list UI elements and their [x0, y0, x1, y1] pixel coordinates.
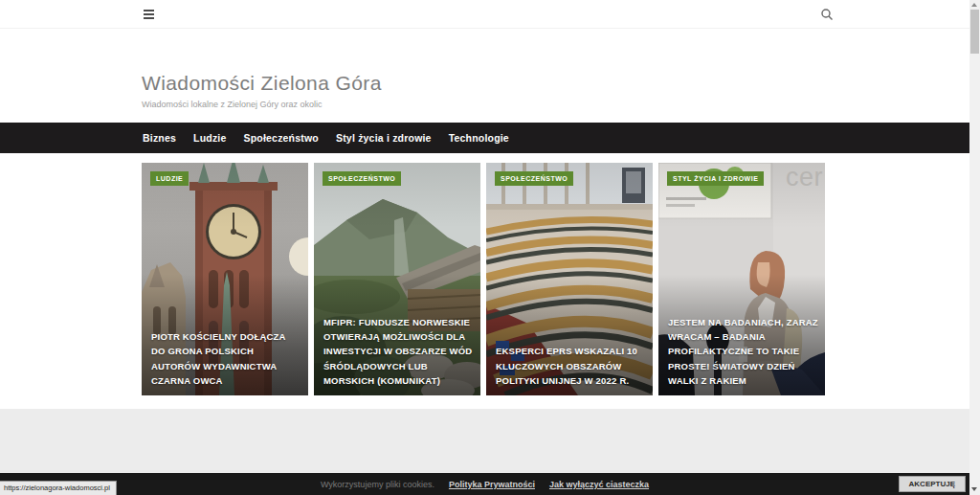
disable-cookies-link[interactable]: Jak wyłączyć ciasteczka [549, 480, 649, 489]
wall-logo-text: cer [786, 163, 823, 192]
scrollbar[interactable] [969, 0, 980, 495]
featured-articles-grid: LUDZIE PIOTR KOŚCIELNY DOŁĄCZA DO GRONA … [142, 163, 825, 395]
article-card[interactable]: SPOŁECZEŃSTWO MFIPR: FUNDUSZE NORWESKIE … [314, 163, 480, 395]
hamburger-menu-icon[interactable] [144, 10, 154, 19]
nav-item-technologie[interactable]: Technologie [449, 132, 509, 144]
page: Wiadomości Zielona Góra Wiadomości lokal… [0, 0, 980, 495]
nav-item-styl-zycia[interactable]: Styl życia i zdrowie [336, 132, 432, 144]
accept-cookies-button[interactable]: AKCEPTUJĘ [899, 476, 966, 492]
top-bar [0, 0, 969, 29]
article-title[interactable]: PIOTR KOŚCIELNY DOŁĄCZA DO GRONA POLSKIC… [151, 329, 301, 388]
cookie-consent-bar: Wykorzystujemy pliki cookies. Polityka P… [0, 473, 969, 495]
category-badge[interactable]: SPOŁECZEŃSTWO [323, 171, 401, 186]
site-header: Wiadomości Zielona Góra Wiadomości lokal… [0, 30, 969, 123]
article-card[interactable]: SPOŁECZEŃSTWO EKSPERCI EPRS WSKAZALI 10 … [486, 163, 653, 395]
site-title[interactable]: Wiadomości Zielona Góra [142, 72, 382, 95]
cookie-content: Wykorzystujemy pliki cookies. Polityka P… [0, 473, 969, 495]
status-url-bubble: https://zielonagora-wiadomosci.pl [0, 481, 117, 495]
scrollbar-thumb[interactable] [970, 10, 979, 54]
article-title[interactable]: JESTEM NA BADANIACH, ZARAZ WRACAM – BADA… [668, 315, 818, 388]
article-title[interactable]: EKSPERCI EPRS WSKAZALI 10 KLUCZOWYCH OBS… [496, 344, 646, 388]
category-badge[interactable]: STYL ŻYCIA I ZDROWIE [667, 171, 764, 186]
cookie-message: Wykorzystujemy pliki cookies. [321, 480, 434, 489]
nav-item-ludzie[interactable]: Ludzie [193, 132, 226, 144]
main-navigation: Biznes Ludzie Społeczeństwo Styl życia i… [0, 123, 969, 153]
category-badge[interactable]: LUDZIE [150, 171, 189, 186]
site-tagline: Wiadomości lokalne z Zielonej Góry oraz … [142, 100, 323, 109]
scrollbar-down-icon[interactable] [971, 487, 977, 491]
search-icon[interactable] [820, 8, 834, 21]
category-badge[interactable]: SPOŁECZEŃSTWO [495, 171, 573, 186]
article-card[interactable]: LUDZIE PIOTR KOŚCIELNY DOŁĄCZA DO GRONA … [142, 163, 308, 395]
article-card[interactable]: cer STYL ŻYCIA I ZDROWIE JESTEM NA BADAN… [658, 163, 825, 395]
privacy-policy-link[interactable]: Polityka Prywatności [449, 480, 535, 489]
scrollbar-up-icon[interactable] [971, 3, 977, 7]
nav-item-spoleczenstwo[interactable]: Społeczeństwo [244, 132, 319, 144]
article-title[interactable]: MFIPR: FUNDUSZE NORWESKIE OTWIERAJĄ MOŻL… [323, 315, 474, 388]
nav-item-biznes[interactable]: Biznes [143, 132, 176, 144]
